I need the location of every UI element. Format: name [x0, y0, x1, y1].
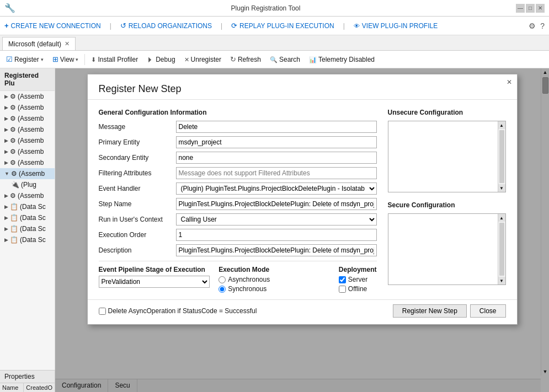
expand-icon-7: ▼ — [4, 171, 9, 176]
sidebar-item-1[interactable]: ▶ ⚙ (Assemb — [0, 102, 55, 113]
debug-button[interactable]: Debug — [143, 53, 179, 66]
radio-async-label: Asynchronous — [228, 276, 270, 283]
description-input[interactable] — [176, 244, 377, 256]
exec-order-input[interactable] — [176, 229, 377, 241]
install-icon — [91, 56, 96, 63]
modal-close-button[interactable]: ✕ — [505, 78, 514, 87]
unregister-button[interactable]: Unregister — [180, 53, 225, 66]
pipeline-select[interactable]: PreValidation PreOperation PostOperation — [99, 276, 210, 288]
sidebar-item-0[interactable]: ▶ ⚙ (Assemb — [0, 91, 55, 102]
help-button[interactable]: ? — [540, 22, 545, 30]
unsecure-scrollbar: ▲ ▼ — [498, 121, 505, 192]
modal-title: Register New Step — [88, 74, 517, 100]
sidebar-item-3[interactable]: ▶ ⚙ (Assemb — [0, 124, 55, 135]
maximize-button[interactable]: □ — [526, 4, 535, 13]
tab-label: Microsoft (default) — [8, 40, 61, 48]
sidebar-item-ds1[interactable]: ▶ 📋 (Data Sc — [0, 212, 55, 223]
sidebar-item-4[interactable]: ▶ ⚙ (Assemb — [0, 135, 55, 146]
run-in-context-select[interactable]: Calling User — [176, 213, 377, 225]
filtering-attrs-input[interactable] — [176, 167, 377, 179]
col-created: CreatedO — [24, 383, 55, 392]
radio-sync-input[interactable] — [218, 286, 226, 293]
secure-scroll-down[interactable]: ▼ — [498, 277, 505, 284]
checkbox-server-input[interactable] — [339, 276, 346, 283]
register-new-step-button[interactable]: Register New Step — [393, 304, 467, 318]
close-button[interactable]: ✕ — [536, 4, 545, 13]
gear-button[interactable]: ⚙ — [529, 22, 536, 30]
expand-icon-6: ▶ — [4, 160, 8, 165]
assembly-icon-6: ⚙ — [10, 159, 16, 167]
search-button[interactable]: Search — [266, 53, 304, 66]
secure-scroll-up[interactable]: ▲ — [498, 214, 505, 222]
toolbar-sep-1 — [84, 54, 85, 65]
unsecure-scroll-down[interactable]: ▼ — [498, 184, 505, 192]
checkbox-server[interactable]: Server — [339, 276, 377, 283]
message-input[interactable] — [176, 121, 377, 133]
sidebar-plugin-item[interactable]: 🔌 (Plug — [0, 179, 55, 190]
expand-icon-2: ▶ — [4, 116, 8, 121]
sidebar-item-ds3[interactable]: ▶ 📋 (Data Sc — [0, 234, 55, 245]
unregister-icon — [184, 56, 189, 63]
modal-right-column: Unsecure Configuration ▲ ▼ Secure Config… — [388, 109, 506, 293]
sidebar-item-6[interactable]: ▶ ⚙ (Assemb — [0, 157, 55, 168]
main-area: Registered Plu ▶ ⚙ (Assemb ▶ ⚙ (Assemb ▶… — [0, 68, 549, 392]
secondary-entity-label: Secondary Entity — [99, 154, 176, 162]
step-name-row: Step Name — [99, 198, 377, 210]
checkbox-offline-input[interactable] — [339, 286, 346, 293]
message-label: Message — [99, 123, 176, 131]
deployment-col: Deployment Server Offline — [339, 266, 377, 293]
unsecure-scroll-up[interactable]: ▲ — [498, 121, 505, 129]
event-handler-select[interactable]: (Plugin) PluginTest.Plugins.ProjectBlock… — [176, 182, 377, 195]
async-op-checkbox-row[interactable]: Delete AsyncOperation if StatusCode = Su… — [99, 307, 393, 315]
menu-bar: CREATE NEW CONNECTION | RELOAD ORGANIZAT… — [0, 17, 549, 35]
close-modal-button[interactable]: Close — [470, 304, 506, 318]
modal-left-column: General Configuration Information Messag… — [99, 109, 377, 293]
sidebar-item-7-expanded[interactable]: ▼ ⚙ (Assemb — [0, 168, 55, 179]
view-profile-menu[interactable]: VIEW PLUG-IN PROFILE — [354, 22, 438, 30]
step-name-input[interactable] — [176, 198, 377, 210]
properties-panel: Properties Name CreatedO — [0, 370, 55, 392]
secure-config-area[interactable]: ▲ ▼ — [388, 213, 506, 285]
radio-async-input[interactable] — [218, 276, 226, 283]
minimize-button[interactable]: — — [516, 4, 525, 13]
filtering-attrs-row: Filtering Attributes — [99, 167, 377, 179]
telemetry-button[interactable]: Telemetry Disabled — [305, 53, 379, 66]
install-profiler-button[interactable]: Install Profiler — [87, 53, 142, 66]
register-button[interactable]: Register ▾ — [2, 53, 47, 66]
message-row: Message — [99, 121, 377, 133]
reload-organizations-menu[interactable]: RELOAD ORGANIZATIONS — [120, 22, 212, 30]
secure-scroll-thumb — [499, 223, 504, 276]
sidebar-item-5[interactable]: ▶ ⚙ (Assemb — [0, 146, 55, 157]
sidebar-item-ds2[interactable]: ▶ 📋 (Data Sc — [0, 223, 55, 234]
sidebar-item-ds0[interactable]: ▶ 📋 (Data Sc — [0, 201, 55, 212]
unsecure-config-area[interactable]: ▲ ▼ — [388, 121, 506, 192]
radio-sync[interactable]: Synchronous — [218, 285, 330, 293]
async-op-label: Delete AsyncOperation if StatusCode = Su… — [108, 307, 257, 315]
search-icon — [270, 56, 278, 63]
radio-async[interactable]: Asynchronous — [218, 276, 330, 283]
primary-entity-input[interactable] — [176, 136, 377, 148]
properties-header[interactable]: Properties — [0, 370, 55, 383]
refresh-button[interactable]: Refresh — [226, 53, 265, 66]
assembly-icon-1: ⚙ — [10, 104, 16, 111]
secure-config-textarea[interactable] — [388, 214, 498, 284]
view-profile-icon — [354, 22, 360, 30]
tab-microsoft-default[interactable]: Microsoft (default) ✕ — [2, 37, 76, 50]
expand-icon-4: ▶ — [4, 138, 8, 143]
ds-icon-0: 📋 — [10, 203, 18, 211]
secondary-entity-input[interactable] — [176, 152, 377, 164]
unsecure-config-textarea[interactable] — [388, 121, 498, 192]
tab-close-button[interactable]: ✕ — [65, 40, 70, 47]
checkbox-offline[interactable]: Offline — [339, 285, 377, 293]
create-connection-menu[interactable]: CREATE NEW CONNECTION — [4, 22, 101, 30]
replay-plugin-menu[interactable]: REPLAY PLUG-IN EXECUTION — [231, 22, 334, 30]
footer-buttons: Register New Step Close — [393, 304, 506, 318]
sidebar-item-8[interactable]: ▶ ⚙ (Assemb — [0, 190, 55, 201]
view-button[interactable]: View ▾ — [49, 53, 83, 66]
run-in-context-row: Run in User's Context Calling User — [99, 213, 377, 225]
sidebar-item-2[interactable]: ▶ ⚙ (Assemb — [0, 113, 55, 124]
expand-icon-0: ▶ — [4, 94, 8, 99]
assembly-icon-4: ⚙ — [10, 137, 16, 144]
expand-icon-ds2: ▶ — [4, 226, 8, 232]
async-op-checkbox[interactable] — [99, 308, 106, 315]
